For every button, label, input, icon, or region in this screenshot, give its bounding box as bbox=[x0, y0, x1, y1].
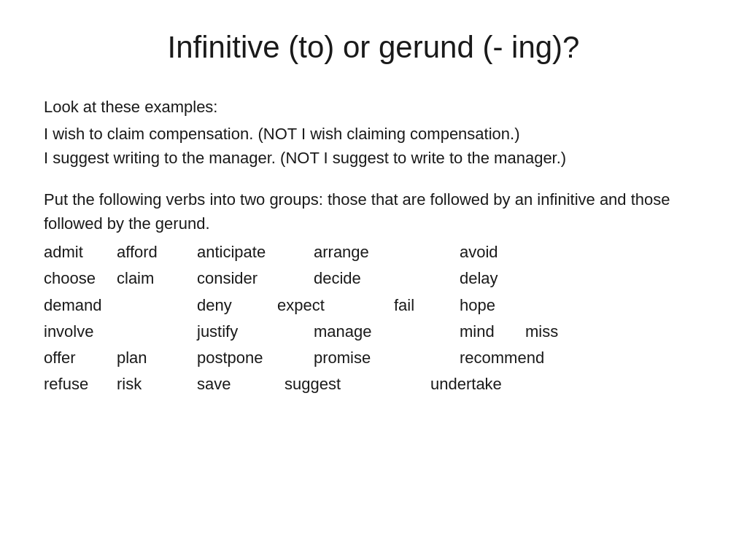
verb-table: admit afford anticipate arrange avoid ch… bbox=[44, 240, 703, 397]
verb-row: demand deny expect fail hope bbox=[44, 293, 703, 318]
verb-cell: justify bbox=[197, 319, 314, 344]
verb-cell: avoid bbox=[460, 240, 547, 265]
slide: Infinitive (to) or gerund (- ing)? Look … bbox=[0, 0, 747, 560]
verb-cell: save bbox=[197, 372, 285, 397]
verb-cell: involve bbox=[44, 319, 197, 344]
verb-row: offer plan postpone promise recommend bbox=[44, 346, 703, 370]
verb-cell: afford bbox=[117, 240, 197, 265]
example-line-2: I suggest writing to the manager. (NOT I… bbox=[44, 146, 703, 170]
content-area: Look at these examples: I wish to claim … bbox=[44, 95, 703, 398]
verb-cell: refuse bbox=[44, 372, 117, 397]
verb-cell: risk bbox=[117, 372, 197, 397]
verb-cell: miss bbox=[525, 319, 613, 344]
verb-cell: mind bbox=[460, 319, 525, 344]
examples-label: Look at these examples: bbox=[44, 95, 703, 119]
verb-cell: hope bbox=[460, 293, 547, 318]
verb-cell: offer bbox=[44, 346, 117, 370]
verb-cell: consider bbox=[197, 266, 314, 291]
verb-cell: postpone bbox=[197, 346, 314, 370]
verb-cell: decide bbox=[314, 266, 460, 291]
verb-cell: admit bbox=[44, 240, 117, 265]
verb-cell: demand bbox=[44, 293, 197, 318]
verb-cell: undertake bbox=[430, 372, 518, 397]
verb-row: admit afford anticipate arrange avoid bbox=[44, 240, 703, 265]
verb-cell: claim bbox=[117, 266, 197, 291]
verb-cell: fail bbox=[394, 293, 460, 318]
example-line-1: I wish to claim compensation. (NOT I wis… bbox=[44, 122, 703, 146]
verb-row: involve justify manage mind miss bbox=[44, 319, 703, 344]
verb-cell: suggest bbox=[285, 372, 430, 397]
verb-cell: promise bbox=[314, 346, 460, 370]
verb-cell: plan bbox=[117, 346, 197, 370]
verb-cell: delay bbox=[460, 266, 547, 291]
verb-cell: arrange bbox=[314, 240, 460, 265]
verb-cell: recommend bbox=[460, 346, 547, 370]
verb-cell: expect bbox=[277, 293, 394, 318]
verb-row: refuse risk save suggest undertake bbox=[44, 372, 703, 397]
verb-cell: deny bbox=[197, 293, 277, 318]
verb-cell: anticipate bbox=[197, 240, 314, 265]
verb-row: choose claim consider decide delay bbox=[44, 266, 703, 291]
verb-cell: manage bbox=[314, 319, 460, 344]
slide-title: Infinitive (to) or gerund (- ing)? bbox=[44, 29, 703, 66]
verb-cell: choose bbox=[44, 266, 117, 291]
instruction-text: Put the following verbs into two groups:… bbox=[44, 187, 703, 236]
